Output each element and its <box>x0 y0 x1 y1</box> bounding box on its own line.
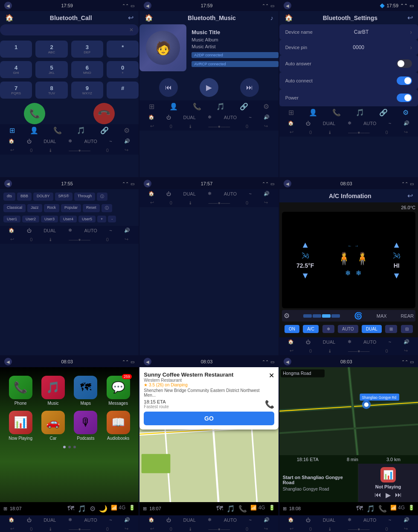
music-icon-carplay[interactable]: 🎵 <box>78 505 86 513</box>
ac-on-btn[interactable]: ON <box>284 325 299 333</box>
eq-mode-popular[interactable]: Popular <box>61 204 81 212</box>
eq-mode-reset[interactable]: Reset <box>83 204 100 212</box>
ac-temp-up-left[interactable]: ▲ <box>301 240 310 250</box>
eq-preset-through[interactable]: Through <box>74 193 96 201</box>
ctrl-power-9[interactable]: ⏻ <box>306 517 311 523</box>
ctrl-vol-7[interactable]: 🔊 <box>124 517 130 523</box>
ctrl-temp-3[interactable]: 🌡 <box>328 130 332 135</box>
grid-icon-carplay[interactable]: ⊞ <box>3 506 7 512</box>
dial-6[interactable]: 6 MNO <box>71 61 103 78</box>
mini-next-btn[interactable]: ⏭ <box>395 491 402 499</box>
ctrl-fan-3[interactable]: ~ <box>389 121 391 126</box>
ac-max-label[interactable]: MAX <box>377 313 387 319</box>
app-podcasts[interactable]: 🎙 Podcasts <box>72 411 99 441</box>
map-icon-9[interactable]: 🗺 <box>356 505 363 513</box>
back-button-3[interactable]: ◀ <box>284 2 291 9</box>
dial-7[interactable]: 7 PQRS <box>0 82 32 99</box>
nav-user-icon-2[interactable]: 👤 <box>169 102 178 111</box>
back-button-8[interactable]: ◀ <box>144 358 151 365</box>
ctrl-snow-6[interactable]: ❄ <box>348 339 351 345</box>
clear-icon[interactable]: ✕ <box>129 27 134 33</box>
call-button[interactable]: 📞 <box>24 103 45 124</box>
back-button-2[interactable]: ◀ <box>144 2 151 9</box>
ctrl-snow-3[interactable]: ❄ <box>348 120 351 126</box>
prev-button[interactable]: ⏮ <box>159 78 178 97</box>
ctrl-temp-7[interactable]: 🌡 <box>48 526 53 532</box>
dial-star[interactable]: * <box>107 41 139 58</box>
ctrl-fwd-icon[interactable]: ↪ <box>125 147 128 153</box>
nav-phone-icon[interactable]: 📞 <box>53 126 62 134</box>
phone-icon-8[interactable]: 📞 <box>238 505 247 513</box>
ac-rear-btn[interactable]: ⊟ <box>401 325 413 333</box>
ctrl-fwd-2[interactable]: ↪ <box>264 123 268 129</box>
settings-row-auto-answer[interactable]: Auto answer <box>279 55 418 72</box>
eq-preset-srs[interactable]: SRS® <box>55 193 73 201</box>
nav-gear-icon[interactable]: ⚙ <box>124 126 130 134</box>
ctrl-slider-2[interactable]: ——●—— <box>209 124 230 129</box>
eq-mode-rock[interactable]: Rock <box>44 204 60 212</box>
dot-1[interactable] <box>63 446 66 448</box>
ctrl-slider-5[interactable]: ——●—— <box>209 200 230 205</box>
go-button[interactable]: GO <box>144 412 274 425</box>
phone-icon-9[interactable]: 📞 <box>378 505 387 513</box>
ctrl-back-3[interactable]: ↩ <box>290 129 293 135</box>
auto-answer-toggle[interactable] <box>397 59 412 68</box>
home-icon-1[interactable]: 🏠 <box>5 14 14 22</box>
ctrl-fwd-5[interactable]: ↪ <box>264 200 268 205</box>
ctrl-fwd-7[interactable]: ↪ <box>125 526 128 532</box>
nav-phone-icon-2[interactable]: 📞 <box>193 102 201 111</box>
back-arrow-icon-1[interactable]: ↩ <box>128 14 134 22</box>
back-arrow-icon-3[interactable]: ↩ <box>407 14 413 22</box>
next-button[interactable]: ⏭ <box>240 78 259 97</box>
ctrl-back-2[interactable]: ↩ <box>150 123 154 129</box>
ctrl-home-6[interactable]: 🏠 <box>288 339 294 345</box>
dial-2[interactable]: 2 ABC <box>35 41 67 58</box>
dial-8[interactable]: 8 TUV <box>35 82 67 99</box>
ctrl-temp-icon[interactable]: 🌡 <box>48 148 53 153</box>
ctrl-vol-8[interactable]: 🔊 <box>264 517 270 523</box>
map-icon-8[interactable]: 🗺 <box>216 505 223 513</box>
ctrl-power-icon[interactable]: ⏻ <box>27 139 32 144</box>
dial-4[interactable]: 4 GHI <box>0 61 32 78</box>
ctrl-slider-8[interactable]: ——●—— <box>209 526 230 532</box>
ctrl-fwd-4[interactable]: ↪ <box>125 237 128 242</box>
ctrl-snow-4[interactable]: ❄ <box>68 228 72 233</box>
grid-icon-9[interactable]: ⊞ <box>283 506 287 512</box>
ctrl-slider-3[interactable]: ——●—— <box>348 130 370 135</box>
nav-gear-3[interactable]: ⚙ <box>403 108 409 117</box>
ctrl-temp-2[interactable]: 🌡 <box>188 124 193 129</box>
ac-temp-down-right[interactable]: ▼ <box>392 271 401 281</box>
ctrl-fan-4[interactable]: ~ <box>109 228 112 233</box>
ctrl-slider-6[interactable]: ——●—— <box>348 348 370 354</box>
seat-heat-left[interactable]: ❄ <box>345 269 351 277</box>
eq-user2[interactable]: User2 <box>22 216 39 222</box>
ctrl-fan-9[interactable]: ~ <box>389 517 391 523</box>
dial-5[interactable]: 5 JKL <box>35 61 67 78</box>
ctrl-snow-9[interactable]: ❄ <box>348 517 351 523</box>
back-button-1[interactable]: ◀ <box>4 2 12 9</box>
eq-user1[interactable]: User1 <box>3 216 20 222</box>
ctrl-home-8[interactable]: 🏠 <box>148 517 154 523</box>
eq-add-btn[interactable]: + <box>97 216 106 222</box>
eq-info-btn[interactable]: ⓘ <box>102 204 112 212</box>
ctrl-fwd-8[interactable]: ↪ <box>264 526 268 532</box>
back-button-9[interactable]: ◀ <box>284 358 291 365</box>
ctrl-home-7[interactable]: 🏠 <box>9 517 15 523</box>
nav-music-icon-2[interactable]: 🎵 <box>216 102 225 111</box>
close-nav-card[interactable]: ✕ <box>269 371 274 380</box>
back-button-4[interactable]: ◀ <box>4 180 12 187</box>
ctrl-slider-7[interactable]: ——●—— <box>69 526 90 532</box>
ac-rear-label[interactable]: REAR <box>401 313 414 319</box>
ctrl-fan-8[interactable]: ~ <box>249 517 252 523</box>
app-music[interactable]: 🎵 Music <box>39 376 67 406</box>
mini-play-btn[interactable]: ▶ <box>386 491 391 499</box>
dial-9[interactable]: 9 WXYZ <box>71 82 103 99</box>
ctrl-fan-7[interactable]: ~ <box>109 517 112 523</box>
ctrl-power-7[interactable]: ⏻ <box>27 517 32 523</box>
ctrl-home-4[interactable]: 🏠 <box>9 228 15 233</box>
ctrl-back-6[interactable]: ↩ <box>290 348 293 354</box>
ctrl-temp-6[interactable]: 🌡 <box>328 348 332 354</box>
auto-connect-toggle[interactable] <box>397 76 412 85</box>
eq-preset-dots[interactable]: ⓘ <box>97 193 107 201</box>
settings-row-device-pin[interactable]: Device pin 0000 › <box>279 40 418 55</box>
